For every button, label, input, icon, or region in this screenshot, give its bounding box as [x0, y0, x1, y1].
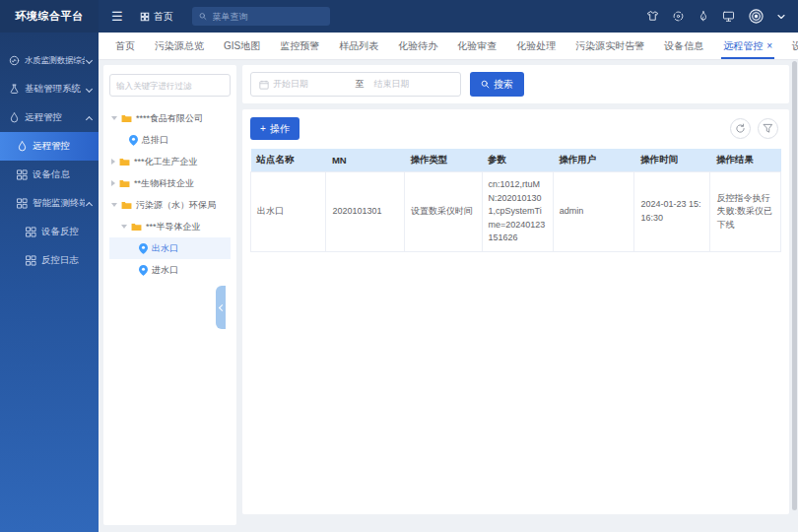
tab-label: 设备反控	[792, 39, 798, 53]
topbar-icons	[646, 8, 798, 25]
caret-down-icon[interactable]	[121, 225, 127, 229]
map-pin-icon	[139, 243, 148, 254]
main-column: ☰ 首页 首页 污染源总览 GIS地图 监控预警	[99, 0, 798, 532]
tab-realtime-alert[interactable]: 污染源实时告警	[565, 33, 654, 59]
column-settings-icon[interactable]	[758, 118, 778, 139]
sidebar-item-remote-control-group[interactable]: 远程管控	[0, 103, 99, 132]
map-pin-icon	[129, 135, 138, 146]
tree-node-label: 出水口	[152, 242, 178, 255]
tab-label: 首页	[115, 39, 135, 53]
tab-label: 化验审查	[457, 39, 497, 53]
sidebar-item-device-reverse-control[interactable]: 设备反控	[0, 218, 99, 246]
sidebar-item-reverse-control-log[interactable]: 反控日志	[0, 246, 99, 275]
folder-icon	[121, 201, 132, 210]
segmented-circle-icon[interactable]	[672, 10, 685, 23]
sidebar-item-label: 设备信息	[33, 168, 70, 181]
refresh-icon[interactable]	[730, 118, 751, 139]
caret-right-icon[interactable]	[111, 159, 115, 165]
theme-shirt-icon[interactable]	[646, 10, 659, 23]
app-root: 环境综合平台 水质监测数据综合分析 基础管理系统 远程管控 远程管控	[0, 0, 798, 532]
date-range-separator: 至	[356, 78, 365, 91]
breadcrumb-home-label: 首页	[154, 10, 173, 24]
sidebar-item-label: 设备反控	[41, 226, 79, 238]
grid-icon	[17, 198, 28, 209]
folder-icon	[131, 223, 142, 232]
caret-down-icon[interactable]	[111, 116, 117, 120]
caret-down-icon[interactable]	[111, 203, 117, 207]
tree-node-label: 污染源（水）环保局	[136, 199, 216, 212]
tree-node-biotech-company[interactable]: **生物科技企业	[109, 172, 231, 194]
sidebar-item-device-info[interactable]: 设备信息	[0, 161, 99, 189]
tab-bar: 首页 污染源总览 GIS地图 监控预警 样品列表 化验待办 化验审查 化验处理 …	[99, 33, 798, 60]
app-title: 环境综合平台	[0, 0, 99, 33]
menu-search-box[interactable]	[192, 7, 330, 26]
menu-search-input[interactable]	[211, 11, 323, 23]
calendar-icon	[259, 80, 269, 90]
tab-lab-todo[interactable]: 化验待办	[388, 33, 447, 59]
column-header: 参数	[482, 149, 553, 172]
start-date-placeholder[interactable]: 开始日期	[273, 78, 352, 91]
tree-node-epa-bureau[interactable]: 污染源（水）环保局	[109, 194, 231, 216]
monitor-icon[interactable]	[722, 10, 735, 23]
search-button[interactable]: 搜索	[470, 72, 524, 97]
tab-sample-list[interactable]: 样品列表	[329, 33, 388, 59]
tab-label: 设备信息	[664, 39, 703, 53]
operation-button[interactable]: + 操作	[250, 117, 299, 140]
column-header: 操作结果	[710, 149, 781, 172]
droplet-icon	[17, 141, 28, 152]
table-header-row: 站点名称 MN 操作类型 参数 操作用户 操作时间 操作结果	[251, 149, 781, 172]
tab-monitor-warning[interactable]: 监控预警	[270, 33, 329, 59]
sidebar-item-label: 远程管控	[25, 111, 62, 124]
sidebar-item-remote-control[interactable]: 远程管控	[0, 132, 99, 161]
hamburger-menu-icon[interactable]: ☰	[111, 10, 123, 23]
folder-icon	[119, 179, 130, 188]
table-row[interactable]: 出水口 2020101301 设置数采仪时间 cn:1012,rtuMN:202…	[251, 172, 781, 252]
sidebar-item-water-quality-analysis[interactable]: 水质监测数据综合分析	[0, 46, 99, 75]
tree-node-water-outlet[interactable]: 出水口	[109, 237, 231, 259]
column-header: 操作类型	[405, 149, 483, 172]
sidebar-item-base-management[interactable]: 基础管理系统	[0, 75, 99, 103]
tab-lab-review[interactable]: 化验审查	[447, 33, 506, 59]
tab-label: GIS地图	[224, 39, 260, 53]
droplet-icon	[9, 112, 20, 123]
sidebar-item-label: 反控日志	[41, 254, 79, 267]
top-header: ☰ 首页	[99, 0, 798, 33]
tab-label: 污染源实时告警	[575, 39, 644, 53]
tab-remote-control[interactable]: 远程管控 ×	[713, 33, 782, 59]
flame-icon[interactable]	[698, 10, 709, 23]
tree-node-chemical-company[interactable]: ***化工生产企业	[109, 151, 231, 172]
breadcrumb-home[interactable]: 首页	[140, 10, 173, 24]
chevron-up-icon	[86, 202, 93, 209]
column-header: 操作时间	[634, 149, 710, 172]
tab-device-info[interactable]: 设备信息	[654, 33, 713, 59]
tree-node-water-inlet[interactable]: 进水口	[109, 259, 231, 281]
cell-operation-time: 2024-01-23 15:16:30	[634, 172, 710, 252]
tab-lab-process[interactable]: 化验处理	[506, 33, 565, 59]
tab-device-reverse-control[interactable]: 设备反控	[782, 33, 798, 59]
sidebar-menu: 水质监测数据综合分析 基础管理系统 远程管控 远程管控 设备信息	[0, 33, 99, 275]
tree-node-food-company[interactable]: ****食品有限公司	[109, 107, 231, 129]
avatar[interactable]	[748, 8, 765, 25]
caret-right-icon[interactable]	[111, 180, 115, 186]
cell-operation-result: 反控指令执行失败:数采仪已下线	[710, 172, 781, 252]
tree-filter-input[interactable]	[109, 74, 231, 97]
chevron-down-icon[interactable]	[777, 14, 785, 20]
flask-icon	[9, 84, 20, 95]
tab-gis-map[interactable]: GIS地图	[214, 33, 270, 59]
end-date-placeholder[interactable]: 结束日期	[368, 78, 453, 91]
tab-close-icon[interactable]: ×	[766, 41, 772, 51]
tab-pollution-overview[interactable]: 污染源总览	[145, 33, 214, 59]
column-header: 操作用户	[553, 149, 634, 172]
tree-node-semiconductor-company[interactable]: ***半导体企业	[109, 216, 231, 237]
tree-node-label: **生物科技企业	[134, 177, 194, 190]
folder-icon	[121, 114, 132, 123]
content-area: ****食品有限公司 总排口 ***化工生产企业	[99, 60, 798, 532]
tree-node-label: 总排口	[142, 134, 168, 147]
tab-home[interactable]: 首页	[105, 33, 145, 59]
date-range-picker[interactable]: 开始日期 至 结束日期	[250, 72, 461, 97]
tree-node-main-outlet[interactable]: 总排口	[109, 129, 231, 151]
operation-log-table: 站点名称 MN 操作类型 参数 操作用户 操作时间 操作结果 出	[250, 149, 781, 252]
panel-collapse-handle[interactable]	[216, 286, 226, 329]
vertical-scrollbar[interactable]	[792, 61, 797, 510]
sidebar-item-smart-terminal[interactable]: 智能监测终端	[0, 189, 99, 218]
